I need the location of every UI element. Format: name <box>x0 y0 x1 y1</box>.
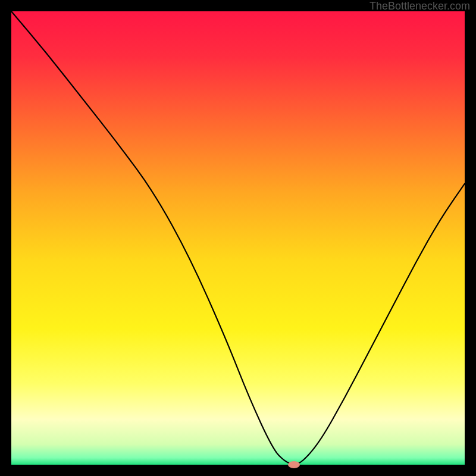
bottleneck-chart: TheBottlenecker.com <box>0 0 476 476</box>
chart-svg: TheBottlenecker.com <box>0 0 476 476</box>
plot-area <box>11 11 465 465</box>
minimum-marker <box>288 461 300 468</box>
attribution-label: TheBottlenecker.com <box>369 0 470 12</box>
